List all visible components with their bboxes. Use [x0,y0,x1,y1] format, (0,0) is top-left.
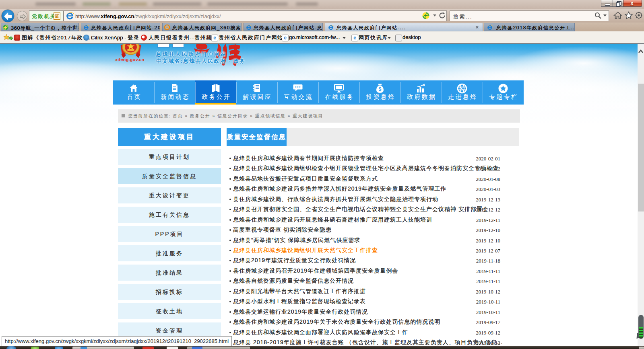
svg-text:$: $ [379,86,382,92]
